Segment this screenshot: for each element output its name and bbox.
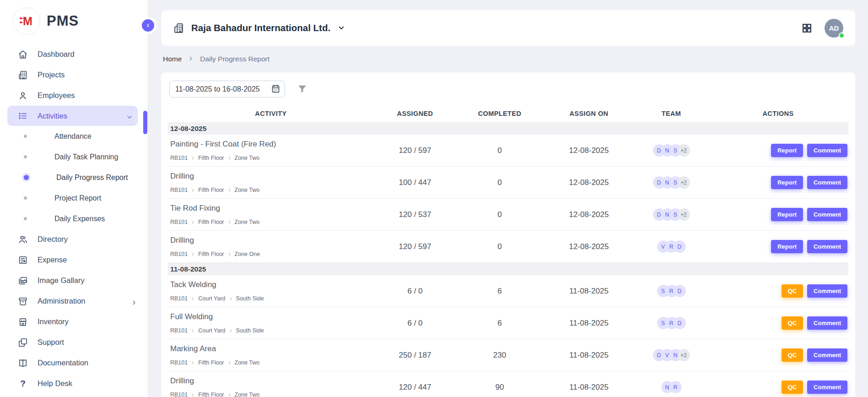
breadcrumb-home-link[interactable]: Home: [163, 55, 182, 63]
team-extra-count[interactable]: +2: [678, 208, 690, 221]
column-header-completed: COMPLETED: [456, 110, 543, 117]
path-segment: Zone One: [235, 251, 260, 257]
chevron-right-icon: [229, 329, 233, 333]
bullet-icon: [24, 196, 27, 200]
activity-path: RB101Fifth FloorZone One: [170, 251, 374, 257]
comment-button[interactable]: Comment: [807, 144, 847, 157]
apps-grid-icon[interactable]: [801, 22, 813, 34]
qc-button[interactable]: QC: [782, 316, 803, 330]
sidebar-subitem-attendance[interactable]: Attendance: [0, 126, 148, 147]
qc-button[interactable]: QC: [782, 381, 803, 394]
row-actions: QCComment: [708, 348, 848, 362]
list-icon: [17, 110, 28, 121]
chevron-down-icon: [337, 22, 345, 34]
sidebar-subitem-daily-task-planning[interactable]: Daily Task Planning: [0, 147, 148, 167]
comment-button[interactable]: Comment: [807, 176, 847, 189]
date-range-field: [169, 81, 285, 98]
sidebar-item-label: Image Gallary: [38, 276, 138, 285]
sidebar-item-dashboard[interactable]: Dashboard: [0, 44, 148, 65]
qc-button[interactable]: QC: [782, 284, 803, 298]
main-area: Raja Bahadur International Ltd. AD: [148, 0, 868, 397]
sidebar-subitem-project-report[interactable]: Project Report: [0, 188, 148, 208]
online-status-dot: [839, 33, 845, 38]
assign-on-value: 11-08-2025: [543, 319, 635, 328]
sidebar-item-expense[interactable]: Expense: [0, 250, 148, 270]
sidebar-item-employees[interactable]: Employees: [0, 85, 148, 106]
assigned-value: 120 / 597: [374, 146, 456, 155]
path-segment: RB101: [170, 392, 188, 397]
completed-value: 6: [456, 287, 543, 296]
company-selector[interactable]: Raja Bahadur International Ltd.: [173, 22, 345, 34]
date-range-input[interactable]: [169, 81, 285, 98]
assigned-value: 120 / 447: [374, 383, 456, 392]
sidebar-item-label: Administration: [38, 297, 121, 305]
activity-cell: Painting - First Coat (Fire Red) RB101Fi…: [168, 140, 374, 161]
breadcrumb-current-page: Daily Progress Report: [200, 55, 270, 63]
path-segment: Fifth Floor: [198, 187, 224, 193]
sidebar-item-support[interactable]: Support: [0, 332, 148, 353]
sidebar-item-inventory[interactable]: Inventory: [0, 311, 148, 332]
row-actions: ReportComment: [708, 208, 848, 221]
activity-path: RB101Fifth FloorZone Two: [170, 187, 374, 193]
bullet-icon: [24, 175, 29, 180]
date-group-header: 11-08-2025: [168, 263, 848, 275]
top-header: Raja Bahadur International Ltd. AD: [161, 10, 855, 46]
assign-on-value: 11-08-2025: [543, 383, 635, 392]
receipt-icon: [17, 255, 28, 266]
sidebar-subitem-daily-expenses[interactable]: Daily Expenses: [0, 208, 148, 229]
store-icon: [17, 316, 28, 327]
report-button[interactable]: Report: [771, 176, 803, 189]
sidebar-item-documentation[interactable]: Documentation: [0, 353, 148, 373]
activity-name: Drilling: [170, 376, 374, 386]
team-extra-count[interactable]: +2: [678, 144, 690, 157]
filter-row: [168, 81, 848, 98]
team-avatars: SRD: [635, 285, 708, 297]
sidebar-item-label: Projects: [38, 71, 138, 79]
team-member-avatar[interactable]: D: [674, 240, 686, 253]
sidebar-item-administration[interactable]: Administration: [0, 291, 148, 311]
activity-path: RB101Fifth FloorZone Two: [170, 359, 374, 366]
company-name: Raja Bahadur International Ltd.: [191, 22, 330, 33]
sidebar-item-help-desk[interactable]: ?Help Desk: [0, 373, 148, 394]
comment-button[interactable]: Comment: [807, 381, 847, 394]
column-header-team: TEAM: [635, 110, 708, 117]
path-segment: Fifth Floor: [198, 251, 224, 257]
team-member-avatar[interactable]: R: [669, 381, 682, 393]
report-button[interactable]: Report: [771, 144, 803, 157]
activity-cell: Drilling RB101Fifth FloorZone Two: [168, 172, 374, 193]
user-avatar[interactable]: AD: [825, 19, 843, 38]
sidebar-item-directory[interactable]: Directory: [0, 229, 148, 250]
people-icon: [17, 234, 28, 245]
report-button[interactable]: Report: [771, 208, 803, 221]
path-segment: RB101: [170, 155, 188, 161]
sidebar-item-activities[interactable]: Activities: [7, 106, 138, 126]
assign-on-value: 12-08-2025: [543, 146, 635, 155]
sidebar-item-projects[interactable]: Projects: [0, 65, 148, 85]
sidebar-subitem-daily-progress-report[interactable]: Daily Progress Report: [0, 167, 148, 188]
qc-button[interactable]: QC: [782, 348, 803, 362]
comment-button[interactable]: Comment: [807, 348, 847, 362]
activity-path: RB101Fifth FloorZone Two: [170, 155, 374, 161]
sidebar-item-image-gallary[interactable]: Image Gallary: [0, 270, 148, 291]
comment-button[interactable]: Comment: [807, 208, 847, 221]
table-row: Tie Rod Fixing RB101Fifth FloorZone Two …: [168, 199, 848, 231]
chevron-right-icon: [227, 220, 232, 224]
team-member-avatar[interactable]: D: [674, 317, 686, 329]
filter-button[interactable]: [297, 84, 307, 94]
assigned-value: 250 / 187: [374, 351, 456, 360]
team-extra-count[interactable]: +2: [678, 349, 690, 361]
assign-on-value: 12-08-2025: [543, 242, 635, 251]
chevron-down-icon: [126, 112, 133, 120]
comment-button[interactable]: Comment: [807, 316, 847, 330]
completed-value: 0: [456, 242, 543, 251]
activity-name: Drilling: [170, 172, 374, 181]
bullet-icon: [24, 155, 27, 158]
report-button[interactable]: Report: [771, 240, 803, 253]
comment-button[interactable]: Comment: [807, 284, 847, 298]
activity-path: RB101Court YardSouth Side: [170, 295, 374, 302]
sidebar-collapse-button[interactable]: [142, 19, 154, 32]
team-extra-count[interactable]: +2: [678, 176, 690, 189]
comment-button[interactable]: Comment: [807, 240, 847, 253]
team-member-avatar[interactable]: D: [674, 285, 686, 297]
column-header-activity: ACTIVITY: [168, 110, 374, 117]
